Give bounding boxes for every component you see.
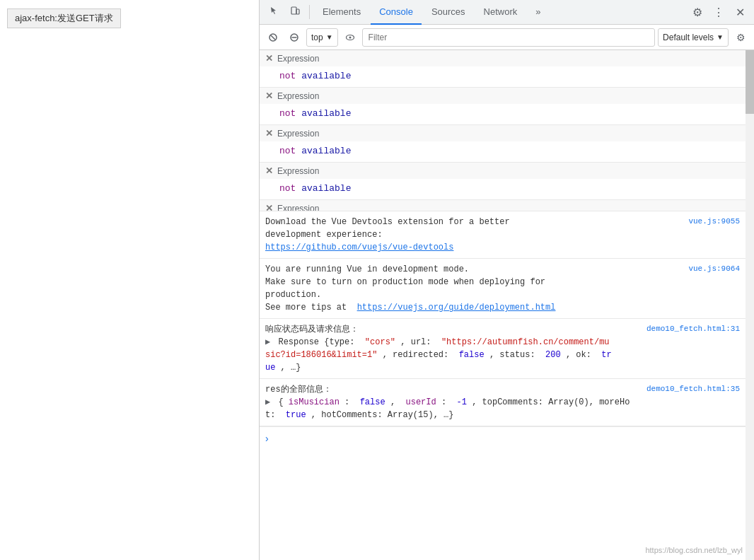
res-info-cn-text: res的全部信息： bbox=[265, 385, 332, 395]
expression-3-label: Expression bbox=[277, 129, 319, 139]
expression-2-value: not available bbox=[260, 104, 746, 124]
svg-rect-1 bbox=[296, 9, 299, 14]
res-info-content: res的全部信息： ▶ { isMusician : false , userI… bbox=[265, 383, 641, 421]
res-ismusician-key: isMusician bbox=[289, 397, 340, 407]
scrollbar-thumb[interactable] bbox=[746, 50, 754, 114]
response-line2-wrap: sic?id=186016&limit=1" , redirected: fal… bbox=[265, 349, 641, 361]
expression-4-not: not bbox=[279, 183, 296, 194]
tab-sources[interactable]: Sources bbox=[423, 0, 474, 25]
res-userid-key: userId bbox=[406, 397, 436, 407]
svg-point-7 bbox=[349, 36, 351, 38]
settings-icon[interactable]: ⚙ bbox=[688, 2, 707, 22]
expression-3-value: not available bbox=[260, 141, 746, 162]
expression-2-not: not bbox=[279, 108, 296, 119]
vue-devtools-link[interactable]: https://github.com/vuejs/vue-devtools bbox=[265, 243, 453, 252]
res-colon2: : bbox=[441, 397, 451, 407]
response-ellipsis: , …} bbox=[281, 363, 301, 373]
context-label: top bbox=[311, 33, 323, 42]
res-userid-val: -1 bbox=[457, 397, 467, 407]
res-line2-wrap: t: true , hotComments: Array(15), …} bbox=[265, 409, 641, 421]
svg-rect-0 bbox=[291, 7, 296, 14]
prompt-arrow-icon: › bbox=[265, 433, 269, 444]
response-source[interactable]: demo10_fetch.html:31 bbox=[641, 323, 740, 335]
console-settings-button[interactable]: ⚙ bbox=[731, 28, 750, 47]
response-rest: , redirected: bbox=[383, 350, 454, 360]
devtools-tabbar: Elements Console Sources Network » ⚙ ⋮ ✕ bbox=[260, 0, 754, 25]
tab-more[interactable]: » bbox=[527, 0, 549, 25]
tab-separator-1 bbox=[309, 5, 310, 19]
res-source[interactable]: demo10_fetch.html:35 bbox=[641, 383, 740, 395]
res-info-message: res的全部信息： ▶ { isMusician : false , userI… bbox=[260, 379, 746, 426]
expression-4-value: not available bbox=[260, 179, 746, 199]
expression-3-header: ✕ Expression bbox=[260, 125, 746, 141]
res-object: ▶ { isMusician : false , userId : -1 , t… bbox=[265, 396, 641, 409]
vue-devmode-message: You are running Vue in development mode.… bbox=[260, 259, 746, 319]
ajax-fetch-button[interactable]: ajax-fetch:发送GET请求 bbox=[7, 8, 121, 28]
tab-console[interactable]: Console bbox=[371, 0, 422, 25]
console-scrollbar[interactable] bbox=[746, 50, 754, 560]
chevron-down-icon: ▼ bbox=[326, 33, 333, 41]
response-object: ▶ Response {type: "cors" , url: "https:/… bbox=[265, 336, 641, 349]
expression-1-not: not bbox=[279, 71, 296, 81]
vue-devtools-message: Download the Vue Devtools extension for … bbox=[260, 211, 746, 259]
svg-line-3 bbox=[271, 35, 275, 40]
expression-4-close[interactable]: ✕ bbox=[265, 165, 273, 176]
clear-console-button[interactable] bbox=[264, 28, 282, 47]
response-ok-cont: ue bbox=[265, 363, 275, 373]
tab-network[interactable]: Network bbox=[475, 0, 526, 25]
vue-devtools-message-content: Download the Vue Devtools extension for … bbox=[265, 216, 683, 254]
vue-devmode-source[interactable]: vue.js:9064 bbox=[683, 263, 740, 275]
response-type-val: "cors" bbox=[365, 337, 395, 347]
eye-icon[interactable] bbox=[341, 28, 359, 47]
response-redirected: false bbox=[459, 350, 485, 360]
cursor-icon[interactable] bbox=[264, 2, 284, 22]
expression-5-partial: ✕ Expression bbox=[260, 200, 746, 211]
res-t-val: true bbox=[286, 410, 306, 420]
console-toolbar: top ▼ Default levels ▼ ⚙ bbox=[260, 25, 754, 50]
console-content: ✕ Expression not available ✕ Expression bbox=[260, 50, 754, 560]
watermark: https://blog.csdn.net/lzb_wyl bbox=[645, 546, 743, 554]
close-icon[interactable]: ✕ bbox=[730, 2, 750, 22]
expand-arrow-1[interactable]: ▶ bbox=[265, 336, 270, 349]
expression-2-avail: available bbox=[301, 108, 351, 119]
device-icon[interactable] bbox=[285, 2, 305, 22]
expression-1-close[interactable]: ✕ bbox=[265, 53, 273, 64]
response-line3-wrap: ue , …} bbox=[265, 361, 641, 374]
expression-4-avail: available bbox=[301, 183, 351, 194]
res-colon1: : bbox=[344, 397, 354, 407]
expression-1-value: not available bbox=[260, 66, 746, 87]
levels-chevron-icon: ▼ bbox=[717, 33, 724, 41]
response-comma1: , url: bbox=[400, 337, 436, 347]
res-comma2: , bbox=[390, 397, 400, 407]
expression-1-header: ✕ Expression bbox=[260, 50, 746, 66]
expression-3-close[interactable]: ✕ bbox=[265, 128, 273, 139]
levels-selector[interactable]: Default levels ▼ bbox=[658, 28, 729, 47]
expression-4-header: ✕ Expression bbox=[260, 163, 746, 179]
vue-devmode-link[interactable]: https://vuejs.org/guide/deployment.html bbox=[357, 303, 556, 313]
block-icon[interactable] bbox=[285, 28, 303, 47]
expression-4: ✕ Expression not available bbox=[260, 163, 746, 200]
console-left: ✕ Expression not available ✕ Expression bbox=[260, 50, 746, 560]
context-selector[interactable]: top ▼ bbox=[306, 28, 338, 47]
expression-2-close[interactable]: ✕ bbox=[265, 91, 273, 101]
expression-1-label: Expression bbox=[277, 54, 319, 64]
expression-2-header: ✕ Expression bbox=[260, 88, 746, 104]
expression-1: ✕ Expression not available bbox=[260, 50, 746, 88]
response-url-cont: sic?id=186016&limit=1" bbox=[265, 350, 377, 360]
filter-input[interactable] bbox=[362, 28, 655, 47]
vue-devmode-message-content: You are running Vue in development mode.… bbox=[265, 263, 683, 314]
tab-elements[interactable]: Elements bbox=[314, 0, 369, 25]
expression-3: ✕ Expression not available bbox=[260, 125, 746, 163]
response-url-val: "https://autumnfish.cn/comment/mu bbox=[441, 337, 610, 347]
expression-2-label: Expression bbox=[277, 91, 319, 101]
expression-2: ✕ Expression not available bbox=[260, 88, 746, 125]
expand-arrow-2[interactable]: ▶ bbox=[265, 396, 270, 409]
response-status-num: , status: bbox=[489, 350, 540, 360]
console-input[interactable] bbox=[273, 433, 740, 443]
response-ok-text: , ok: bbox=[566, 350, 596, 360]
res-ismusician-val: false bbox=[360, 397, 385, 407]
more-vert-icon[interactable]: ⋮ bbox=[709, 2, 729, 22]
response-status-message: 响应状态码及请求信息： ▶ Response {type: "cors" , u… bbox=[260, 319, 746, 379]
vue-devtools-source[interactable]: vue.js:9055 bbox=[683, 216, 740, 228]
res-line2: t: bbox=[265, 410, 281, 420]
